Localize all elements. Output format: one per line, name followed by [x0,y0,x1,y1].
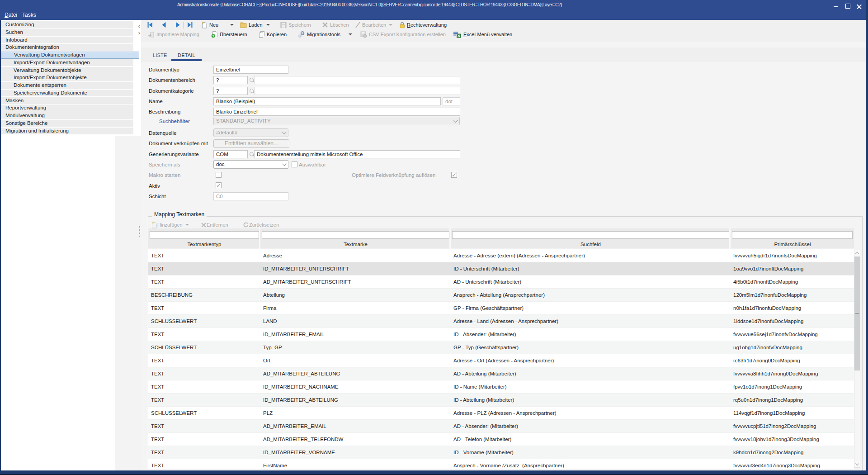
new-button[interactable]: Neu [201,20,234,29]
sidebar-item[interactable]: Reportverwaltung [1,104,133,112]
filter-input-textmarke[interactable] [262,231,449,239]
table-row[interactable]: SCHLÜSSELWERT Typ_GP GP - Typ (Geschäfts… [148,341,854,354]
sidebar-item[interactable]: Migration und Initialisierung [1,128,133,135]
scroll-up-icon[interactable] [854,250,860,256]
menu-tasks[interactable]: Tasks [22,12,36,18]
splitter-handle[interactable] [139,226,140,238]
add-mapping-button[interactable]: Hinzufügen [151,221,189,229]
edit-dropdown-arrow[interactable] [389,24,392,26]
sidebar-item[interactable]: Dokumente entsperren [1,82,133,89]
speichern-als-select[interactable]: doc [213,160,288,169]
table-row[interactable]: TEXT AD_MITARBEITER_EMAIL AD - Absender:… [148,420,854,433]
maximize-button[interactable] [844,2,852,9]
label-speichern-als: Speichern als [149,161,180,169]
table-row[interactable]: TEXT AD_MITARBEITER_ABTEILUNG AD - Abtei… [148,367,854,380]
table-row[interactable]: TEXT AD_MITARBEITER_UNTERSCHRIFT AD - Un… [148,276,854,289]
vertical-scrollbar[interactable] [854,250,860,468]
sidebar-item[interactable]: Verwaltung Dokumentobjekte [1,67,133,74]
table-row[interactable]: TEXT Ort Adresse - Ort (Adressen - Anspr… [148,354,854,367]
column-header-textmarke[interactable]: Textmarke [260,240,451,249]
sidebar-item[interactable]: Customizing [1,21,133,28]
dokumentkategorie-text[interactable] [254,87,460,95]
rights-button[interactable]: Rechteverwaltung [399,20,447,29]
mapping-table: Textmarkentyp Textmarke Suchfeld Primärs… [148,228,854,469]
dokumenttyp-input[interactable]: Einzelbrief [213,66,288,74]
optimiere-checkbox[interactable] [451,172,457,178]
nav-next-button[interactable] [174,20,182,29]
copy-button[interactable]: Kopieren [259,30,287,39]
table-row[interactable]: TEXT ID_MITARBEITER_ABTEILUNG ID - Abtei… [148,394,854,407]
generierungsvariante-input[interactable]: COM [213,150,248,158]
sidebar-item[interactable]: Masken [1,97,133,104]
makro-starten-checkbox[interactable] [216,172,222,178]
sidebar-item[interactable]: Import/Export Dokumentvorlagen [1,59,133,66]
sidebar-item[interactable]: Dokumentenintegration [1,44,133,51]
label-dokument-verknuepfen: Dokument verknüpfen mit [149,139,208,147]
table-row[interactable]: TEXT ID_MITARBEITER_VORNAME ID - Vorname… [148,446,854,459]
sidebar-item[interactable]: Modulverwaltung [1,112,133,119]
nav-last-button[interactable] [186,20,194,29]
sidebar-item[interactable]: Import/Export Dokumentobjekte [1,74,133,81]
close-button[interactable] [855,2,863,9]
suchbehaelter-select[interactable]: STANDARD_ACTIVITY [213,117,460,125]
reset-mapping-button[interactable]: Zurücksetzen [243,221,279,229]
save-button[interactable]: Speichern [280,20,311,29]
import-mapping-button[interactable]: Importiere Mapping [148,30,199,39]
scroll-down-icon[interactable] [854,461,860,467]
generierungsvariante-text[interactable]: Dokumentenerstellung mittels Microsoft O… [254,150,460,158]
table-row[interactable]: TEXT AD_MITARBEITER_TELEFONDW AD - Telef… [148,433,854,446]
load-button[interactable]: Laden [240,20,270,29]
menu-datei[interactable]: Datei [5,12,17,18]
edit-button[interactable]: Bearbeiten [355,20,392,29]
migration-dropdown-arrow[interactable] [349,33,352,35]
entitaeten-button[interactable]: Entitäten auswählen... [213,139,289,148]
remove-mapping-button[interactable]: Entfernen [201,221,228,229]
dokumentenbereich-input[interactable]: ? [213,76,248,84]
sidebar-item[interactable]: Speicherverwaltung Dokumente [1,90,133,97]
column-header-textmarkentyp[interactable]: Textmarkentyp [148,240,260,249]
table-row[interactable]: TEXT ID_MITARBEITER_NACHNAME ID - Name (… [148,380,854,394]
lock-icon [399,22,405,28]
table-row[interactable]: TEXT FirstName Ansprech - Vorname /Zusat… [148,459,854,469]
csv-export-button[interactable]: CSV-Export Konfiguration erstellen [360,30,446,39]
beschreibung-input[interactable]: Blanko Einzelbrief [213,108,460,116]
migration-tools-button[interactable]: Migrationstools [298,30,352,39]
sidebar-item[interactable]: Infoboard [1,37,133,44]
table-row[interactable]: TEXT Firma GP - Firma (Geschäftspartner)… [148,302,854,315]
table-row[interactable]: BESCHREIBUNG Abteilung Ansprech - Abteil… [148,289,854,302]
minimize-button[interactable] [832,2,840,9]
name-input[interactable]: Blanko (Beispiel) [213,97,441,105]
nav-first-button[interactable] [146,20,154,29]
excel-menu-button[interactable]: Excel-Menü verwalten [453,30,512,39]
scrollbar-thumb[interactable] [854,256,860,370]
schicht-input[interactable]: C0 [213,192,288,200]
auswaehlbar-checkbox[interactable] [292,162,297,167]
nav-prev-button[interactable] [160,20,168,29]
delete-button[interactable]: Löschen [322,20,349,29]
filter-input-suchfeld[interactable] [452,231,729,239]
tab-detail[interactable]: DETAIL [178,52,195,58]
dokumentenbereich-text[interactable] [254,76,460,84]
label-suchbehaelter[interactable]: Suchbehälter [159,117,190,125]
new-dropdown-arrow[interactable] [230,24,234,26]
load-dropdown-arrow[interactable] [266,24,270,26]
tab-liste[interactable]: LISTE [153,52,167,58]
sidebar-item[interactable]: Sonstige Bereiche [1,120,133,127]
delete-x-icon [322,22,328,28]
table-row[interactable]: SCHLÜSSELWERT PLZ Adresse - PLZ (Adresse… [148,407,854,420]
aktiv-checkbox[interactable] [216,182,222,188]
table-row[interactable]: SCHLÜSSELWERT LAND Adresse - Land (Adres… [148,315,854,328]
column-header-primaerschluessel[interactable]: Primärschlüssel [731,240,854,249]
table-row[interactable]: TEXT Adresse Adresse - Adresse (extern) … [148,249,854,262]
column-header-suchfeld[interactable]: Suchfeld [451,240,731,249]
override-button[interactable]: Übersteuern [211,30,247,39]
table-row[interactable]: TEXT ID_MITARBEITER_EMAIL ID - Absender:… [148,328,854,341]
label-dokumentkategorie: Dokumentkategorie [149,87,194,95]
filter-input-primaerschluessel[interactable] [732,231,853,239]
filter-input-textmarkentyp[interactable] [150,231,259,239]
sidebar-item[interactable]: Verwaltung Dokumentvorlagen [1,52,139,59]
sidebar-item[interactable]: Suchen [1,29,133,36]
dokumentkategorie-input[interactable]: ? [213,87,248,95]
table-row[interactable]: TEXT ID_MITARBEITER_UNTERSCHRIFT ID - Un… [148,262,854,276]
datenquelle-select[interactable]: #default# [213,128,288,137]
